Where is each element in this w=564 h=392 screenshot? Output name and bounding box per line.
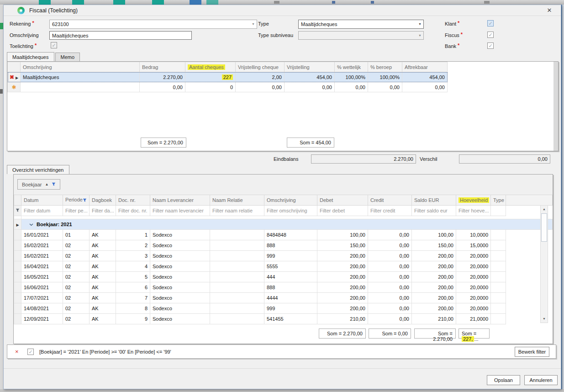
cell[interactable]: 999 (264, 303, 317, 314)
cell[interactable] (491, 240, 506, 251)
table-row[interactable]: ✱0,0000,000,000,000,000,00 (8, 82, 448, 92)
rekening-combobox[interactable]: 623100 ▼ (49, 20, 257, 29)
cell[interactable] (491, 282, 506, 293)
filter-cell[interactable] (491, 206, 506, 216)
cell[interactable] (210, 282, 264, 293)
cell[interactable]: 20,0000 (456, 272, 491, 282)
cell[interactable]: AK (90, 230, 116, 240)
cell[interactable]: 444 (264, 272, 317, 282)
cell[interactable] (21, 82, 140, 92)
cell[interactable]: AK (90, 293, 116, 303)
cell[interactable]: 2 (116, 240, 150, 251)
table-row[interactable]: 16/06/202102AK6Sodexco888200,000,00200,0… (14, 282, 553, 293)
cell[interactable]: 0,00 (368, 303, 412, 314)
filter-funnel-icon[interactable] (52, 182, 56, 187)
cell[interactable]: 16/05/2021 (21, 272, 63, 282)
column-header[interactable]: Saldo EUR (412, 195, 456, 206)
omschrijving-input[interactable]: Maaltijdcheques (49, 31, 192, 40)
cell[interactable]: 150,00 (412, 240, 456, 251)
remove-filter-icon[interactable]: × (15, 349, 19, 355)
annuleren-button[interactable]: Annuleren (524, 375, 558, 385)
filter-cell[interactable]: Filter datum (21, 206, 63, 216)
column-header[interactable]: Naam Relatie (210, 195, 264, 206)
cell[interactable]: 9 (116, 314, 150, 324)
cell[interactable]: 200,00 (317, 261, 368, 272)
column-header[interactable]: Vrijstelling cheque (236, 62, 285, 72)
cell[interactable]: 16/02/2021 (21, 251, 63, 261)
cell[interactable]: 2.270,00 (140, 72, 185, 82)
cell[interactable]: 0,00 (368, 261, 412, 272)
cell[interactable] (210, 272, 264, 282)
cell[interactable]: 0,00 (368, 240, 412, 251)
cell[interactable] (210, 293, 264, 303)
column-header[interactable]: Omschrijving (264, 195, 317, 206)
cell[interactable]: 0,00 (368, 82, 402, 92)
cell[interactable]: 888 (264, 282, 317, 293)
table-row[interactable]: 16/02/202102AK3Sodexco999200,000,00200,0… (14, 251, 553, 261)
cell[interactable]: 0,00 (368, 251, 412, 261)
cell[interactable]: AK (90, 314, 116, 324)
cell[interactable]: Maaltijdcheques (21, 72, 140, 82)
cell[interactable]: 3 (116, 251, 150, 261)
column-header[interactable]: Debet (317, 195, 368, 206)
cell[interactable]: 0,00 (402, 82, 448, 92)
cell[interactable]: 150,00 (317, 240, 368, 251)
filter-active-checkbox[interactable]: ✓ (27, 349, 34, 355)
cell[interactable]: Sodexco (150, 293, 210, 303)
cell[interactable]: 100,00 (317, 230, 368, 240)
filter-cell[interactable]: Filter omschrijving (264, 206, 317, 216)
cell[interactable]: 20,0000 (456, 251, 491, 261)
column-header[interactable]: Type (491, 195, 506, 206)
cell[interactable]: 02 (63, 303, 90, 314)
close-icon[interactable]: ✕ (545, 7, 553, 15)
cell[interactable]: 4 (116, 261, 150, 272)
cell[interactable]: 16/04/2021 (21, 261, 63, 272)
cell[interactable] (491, 293, 506, 303)
cell[interactable]: 15,0000 (456, 240, 491, 251)
vertical-scrollbar[interactable]: ▲ ▼ (540, 205, 548, 323)
cell[interactable]: 0 (185, 82, 236, 92)
column-header[interactable]: Datum (21, 195, 63, 206)
filter-cell[interactable]: Filter pe... (63, 206, 90, 216)
table-row[interactable]: 12/09/202102AK9Sodexco541455210,000,0021… (14, 314, 553, 324)
cell[interactable]: 0,00 (236, 82, 285, 92)
cell[interactable]: 454,00 (285, 72, 335, 82)
cell[interactable]: 5 (116, 272, 150, 282)
cell[interactable]: 02 (63, 314, 90, 324)
cell[interactable] (491, 314, 506, 324)
column-header[interactable]: Aftrekbaar (402, 62, 448, 72)
cell[interactable]: 0,00 (368, 314, 412, 324)
group-by-boekjaar[interactable]: Boekjaar ▲ (17, 179, 60, 190)
filter-cell[interactable]: Filter doc. nr. (116, 206, 150, 216)
column-header[interactable]: Vrijstelling (285, 62, 335, 72)
cell[interactable]: 0,00 (285, 82, 335, 92)
cell[interactable]: Sodexco (150, 272, 210, 282)
row-icon-cell[interactable]: ✖▶ (8, 72, 21, 82)
cell[interactable]: 16/06/2021 (21, 282, 63, 293)
cell[interactable] (210, 230, 264, 240)
cell[interactable]: AK (90, 303, 116, 314)
fiscus-checkbox[interactable]: ✓ (487, 32, 494, 38)
table-row[interactable]: 16/05/202102AK5Sodexco444200,000,00200,0… (14, 272, 553, 282)
filter-cell[interactable]: Filter credit (368, 206, 412, 216)
cell[interactable]: 02 (63, 293, 90, 303)
cell[interactable]: Sodexco (150, 261, 210, 272)
cell[interactable]: 200,00 (412, 293, 456, 303)
cell[interactable]: AK (90, 272, 116, 282)
filter-cell[interactable]: Filter hoeve... (456, 206, 491, 216)
cell[interactable]: 6 (116, 282, 150, 293)
column-header[interactable]: Naam Leverancier (150, 195, 210, 206)
cell[interactable]: 100,00% (368, 72, 402, 82)
cell[interactable]: AK (90, 282, 116, 293)
cell[interactable]: Sodexco (150, 314, 210, 324)
cell[interactable] (491, 230, 506, 240)
group-header-cell[interactable]: Boekjaar: 2021 (21, 219, 553, 230)
row-icon-cell[interactable]: ✱ (8, 82, 21, 92)
cell[interactable]: 0,00 (368, 272, 412, 282)
cell[interactable]: 16/02/2021 (21, 240, 63, 251)
filter-funnel-icon[interactable] (83, 198, 87, 203)
cell[interactable]: 02 (63, 282, 90, 293)
cell[interactable]: 0,00 (140, 82, 185, 92)
cell[interactable]: 200,00 (412, 261, 456, 272)
column-header[interactable]: Aantal cheques (185, 62, 236, 72)
